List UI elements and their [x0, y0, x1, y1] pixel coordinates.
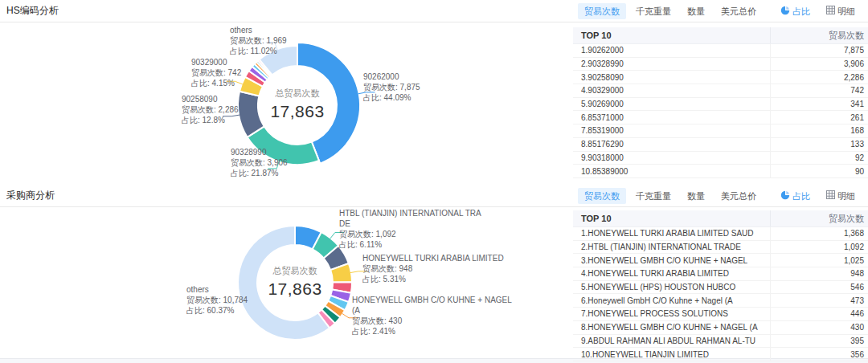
section-content: 总贸易次数 17,863 others 贸易次数: 1,969 占比: 11.0… — [0, 22, 868, 185]
view-toggle-detail[interactable]: 明细 — [820, 2, 862, 19]
metric-button-trade-count[interactable]: 贸易次数 — [578, 188, 626, 204]
section-hs-code-analysis: HS编码分析 贸易次数 千克重量 数量 美元总价 占比 明细 总贸易次数 17,… — [0, 0, 868, 185]
pie-label-htbl: HTBL (TIANJIN) INTERNATIONAL TRA DE 贸易次数… — [339, 208, 481, 250]
view-toggle-pie[interactable]: 占比 — [774, 2, 817, 20]
table-row: 10.HONEYWELL TIANJIN LIMITED356 — [573, 348, 868, 361]
table-row: 4.HONEYWELL TURKI ARABIA LIMITED948 — [573, 267, 868, 281]
table-row: 8.HONEYWELL GMBH C/O KUHNE + NAGEL (A430 — [573, 321, 868, 335]
pie-label-others: others 贸易次数: 1,969 占比: 11.02% — [230, 25, 287, 56]
metric-button-quantity[interactable]: 数量 — [681, 3, 711, 19]
table-row: 1.902620007,875 — [573, 44, 868, 58]
table-row: 4.90329000742 — [573, 84, 868, 98]
metric-button-kg-weight[interactable]: 千克重量 — [629, 3, 678, 19]
top10-table-hs-codes: TOP 10 贸易次数 1.902620007,875 2.903289903,… — [573, 27, 868, 178]
table-row: 7.85319000168 — [573, 124, 868, 138]
view-toggle-detail[interactable]: 明细 — [820, 187, 862, 204]
table-row: 2.903289903,906 — [573, 58, 868, 71]
view-toggle-pie[interactable]: 占比 — [774, 187, 817, 205]
section-header: 采购商分析 贸易次数 千克重量 数量 美元总价 占比 明细 — [0, 185, 868, 207]
section-title: HS编码分析 — [6, 4, 59, 18]
pie-label-90262000: 90262000 贸易次数: 7,875 占比: 44.09% — [363, 71, 420, 103]
table-row: 9.ABDUL RAHMAN ALI ABDUL RAHMAN AL-TU395 — [573, 335, 868, 349]
metric-button-usd-total[interactable]: 美元总价 — [714, 188, 763, 204]
metric-button-trade-count[interactable]: 贸易次数 — [578, 3, 626, 19]
metric-toolbar: 贸易次数 千克重量 数量 美元总价 占比 明细 — [578, 187, 862, 205]
pie-label-90329000: 90329000 贸易次数: 742 占比: 4.15% — [191, 57, 241, 88]
pie-label-honeywell-gmbh: HONEYWELL GMBH C/O KUHNE + NAGEL (A 贸易次数… — [352, 295, 512, 336]
table-row: 6.Honeywell GmbH C/O Kuhne + Nagel (A473 — [573, 294, 868, 308]
section-purchaser-analysis: 采购商分析 贸易次数 千克重量 数量 美元总价 占比 明细 总贸易次数 17,8… — [0, 185, 868, 358]
section-content: 总贸易次数 17,863 HTBL (TIANJIN) INTERNATIONA… — [0, 207, 868, 358]
table-row: 6.85371000261 — [573, 111, 868, 124]
table-header: TOP 10 贸易次数 — [573, 210, 868, 227]
pie-label-90258090: 90258090 贸易次数: 2,286 占比: 12.8% — [182, 94, 239, 125]
pie-label-honeywell-turki: HONEYWELL TURKI ARABIA LIMITED 贸易次数: 948… — [362, 253, 504, 284]
table-row: 3.902580902,286 — [573, 71, 868, 84]
metric-button-quantity[interactable]: 数量 — [681, 188, 711, 204]
detail-grid-icon — [826, 6, 835, 16]
table-row: 8.85176290133 — [573, 138, 868, 152]
table-row: 5.90269000341 — [573, 98, 868, 112]
pie-chart-icon — [780, 190, 790, 202]
pie-label-others: others 贸易次数: 10,784 占比: 60.37% — [186, 284, 248, 316]
table-row: 9.9031800092 — [573, 152, 868, 165]
section-header: HS编码分析 贸易次数 千克重量 数量 美元总价 占比 明细 — [0, 0, 868, 22]
table-row: 2.HTBL (TIANJIN) INTERNATIONAL TRADE1,09… — [573, 241, 868, 255]
section-title: 采购商分析 — [6, 189, 55, 202]
metric-button-usd-total[interactable]: 美元总价 — [714, 3, 763, 19]
pie-label-90328990: 90328990 贸易次数: 3,906 占比: 21.87% — [231, 147, 288, 178]
pie-chart-icon — [780, 6, 790, 17]
top10-table-purchasers: TOP 10 贸易次数 1.HONEYWELL TURKI ARABIA LIM… — [573, 210, 868, 361]
table-row: 7.HONEYWELL PROCESS SOLUTIONS446 — [573, 308, 868, 321]
table-row: 1.HONEYWELL TURKI ARABIA LIMITED SAUD1,3… — [573, 227, 868, 241]
table-row: 5.HONEYWELL (HPS) HOUSTON HUBCO546 — [573, 281, 868, 295]
metric-toolbar: 贸易次数 千克重量 数量 美元总价 占比 明细 — [578, 2, 862, 20]
table-row: 3.HONEYWELL GMBH C/O KUHNE + NAGEL1,025 — [573, 254, 868, 267]
detail-grid-icon — [826, 190, 835, 201]
metric-button-kg-weight[interactable]: 千克重量 — [629, 188, 678, 204]
table-header: TOP 10 贸易次数 — [573, 27, 868, 44]
table-row: 10.8538900090 — [573, 165, 868, 178]
